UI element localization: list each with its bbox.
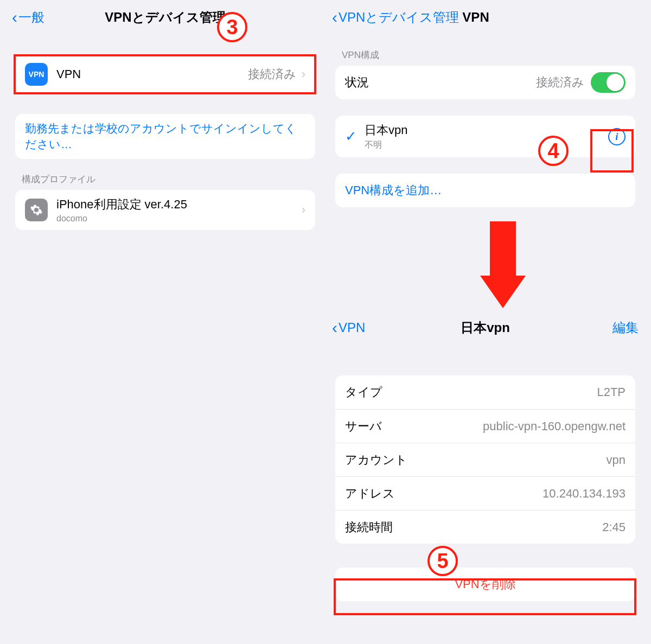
delete-group: VPNを削除 [335,568,635,601]
arrow-down-icon [480,221,526,314]
back-button[interactable]: ‹ VPNとデバイス管理 [332,9,459,26]
annotation-4: 4 [538,136,569,166]
navbar: ‹ VPN 日本vpn 編集 [327,310,644,345]
add-vpn-group: VPN構成を追加… [335,174,635,207]
row-value: L2TP [597,385,626,399]
back-label: VPN [339,320,365,335]
vpn-group: VPN VPN 接続済み › [15,56,315,92]
profile-row[interactable]: iPhone利用設定 ver.4.25 docomo › [15,190,315,230]
page-title: VPN [462,10,489,25]
profiles-header: 構成プロファイル [22,173,324,186]
back-label: VPNとデバイス管理 [339,9,459,26]
vpn-icon: VPN [25,63,48,86]
row-value: 10.240.134.193 [542,487,626,501]
detail-row-server: サーバ public-vpn-160.opengw.net [335,409,635,443]
status-row: 状況 接続済み [335,66,635,99]
status-toggle[interactable] [591,72,626,93]
edit-button[interactable]: 編集 [612,319,639,336]
row-value: vpn [607,453,626,467]
page-title: 日本vpn [327,319,644,336]
profile-title: iPhone利用設定 ver.4.25 [56,196,187,213]
back-label: 一般 [18,9,44,26]
row-label: サーバ [345,418,382,435]
vpn-list-group: ✓ 日本vpn 不明 i [335,116,635,157]
signin-text: 勤務先または学校のアカウントでサインインしてください… [25,120,305,152]
row-label: タイプ [345,384,382,400]
vpn-item-row[interactable]: ✓ 日本vpn 不明 i [335,116,635,157]
detail-row-address: アドレス 10.240.134.193 [335,476,635,510]
vpn-config-header: VPN構成 [342,49,644,61]
chevron-left-icon: ‹ [12,9,17,25]
chevron-left-icon: ‹ [332,320,337,336]
status-group: 状況 接続済み [335,66,635,99]
back-button[interactable]: ‹ VPN [332,320,365,336]
vpn-row-status: 接続済み [248,66,296,82]
add-vpn-row[interactable]: VPN構成を追加… [335,174,635,207]
pane-device-management: ‹ 一般 VPNとデバイス管理 VPN VPN 接続済み › 勤務先または学校の… [7,0,324,282]
detail-row-account: アカウント vpn [335,443,635,476]
signin-group: 勤務先または学校のアカウントでサインインしてください… [15,114,315,159]
profiles-group: iPhone利用設定 ver.4.25 docomo › [15,190,315,230]
chevron-right-icon: › [302,203,305,217]
add-vpn-label: VPN構成を追加… [345,182,442,199]
vpn-row[interactable]: VPN VPN 接続済み › [15,56,315,92]
annotation-3: 3 [217,12,247,42]
vpn-item-name: 日本vpn [365,122,407,138]
status-value: 接続済み [536,74,584,91]
vpn-item-detail: 不明 [365,139,407,151]
row-value: public-vpn-160.opengw.net [483,419,626,433]
delete-label: VPNを削除 [455,576,515,592]
vpn-detail-group: タイプ L2TP サーバ public-vpn-160.opengw.net ア… [335,375,635,544]
chevron-right-icon: › [302,67,305,81]
detail-row-duration: 接続時間 2:45 [335,510,635,544]
signin-row[interactable]: 勤務先または学校のアカウントでサインインしてください… [15,114,315,159]
vpn-row-label: VPN [56,67,81,81]
row-value: 2:45 [602,520,626,534]
page-title: VPNとデバイス管理 [7,9,324,26]
annotation-5: 5 [427,546,458,576]
row-label: アドレス [345,486,395,502]
info-icon[interactable]: i [608,128,626,145]
chevron-left-icon: ‹ [332,9,337,25]
detail-row-type: タイプ L2TP [335,375,635,409]
navbar: ‹ 一般 VPNとデバイス管理 [7,0,324,35]
checkmark-icon: ✓ [345,128,365,145]
row-label: アカウント [345,452,407,468]
profile-subtitle: docomo [56,214,187,224]
row-label: 接続時間 [345,519,393,535]
status-label: 状況 [345,74,369,91]
gear-icon [25,199,48,221]
delete-vpn-button[interactable]: VPNを削除 [335,568,635,601]
back-button[interactable]: ‹ 一般 [12,9,44,26]
navbar: ‹ VPNとデバイス管理 VPN [327,0,644,35]
pane-vpn-detail: ‹ VPN 日本vpn 編集 タイプ L2TP サーバ public-vpn-1… [327,310,644,636]
